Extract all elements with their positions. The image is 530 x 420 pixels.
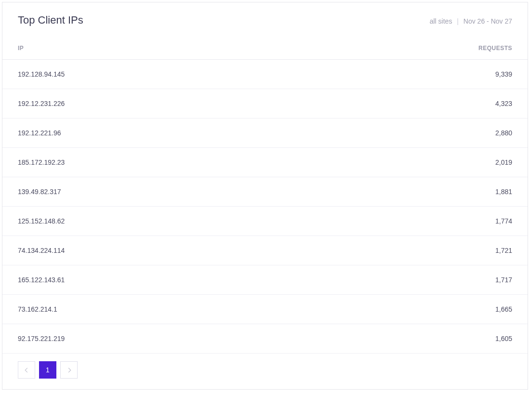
table-row[interactable]: 73.162.214.1 1,665 xyxy=(2,295,528,324)
cell-requests: 2,880 xyxy=(495,129,512,137)
pagination-next-button[interactable] xyxy=(60,361,78,379)
cell-requests: 9,339 xyxy=(495,70,512,78)
cell-requests: 1,881 xyxy=(495,188,512,196)
panel-meta: all sites | Nov 26 - Nov 27 xyxy=(430,17,512,25)
table-row[interactable]: 192.128.94.145 9,339 xyxy=(2,60,528,89)
cell-ip: 165.122.143.61 xyxy=(18,276,65,284)
pagination: 1 xyxy=(2,354,528,389)
cell-ip: 192.128.94.145 xyxy=(18,70,65,78)
table-row[interactable]: 185.172.192.23 2,019 xyxy=(2,148,528,177)
cell-requests: 1,717 xyxy=(495,276,512,284)
table-row[interactable]: 192.12.221.96 2,880 xyxy=(2,118,528,148)
cell-requests: 1,774 xyxy=(495,217,512,225)
panel-meta-scope[interactable]: all sites xyxy=(430,17,452,25)
table-row[interactable]: 192.12.231.226 4,323 xyxy=(2,89,528,118)
panel-header: Top Client IPs all sites | Nov 26 - Nov … xyxy=(2,2,528,36)
cell-requests: 4,323 xyxy=(495,100,512,107)
panel-meta-daterange[interactable]: Nov 26 - Nov 27 xyxy=(464,17,512,25)
cell-requests: 1,605 xyxy=(495,335,512,342)
chevron-right-icon xyxy=(66,368,71,372)
table-row[interactable]: 165.122.143.61 1,717 xyxy=(2,265,528,295)
chevron-left-icon xyxy=(25,368,29,372)
column-header-ip[interactable]: IP xyxy=(18,45,24,52)
table-row[interactable]: 125.152.148.62 1,774 xyxy=(2,207,528,236)
table-body: 192.128.94.145 9,339 192.12.231.226 4,32… xyxy=(2,59,528,354)
cell-ip: 74.134.224.114 xyxy=(18,247,65,254)
cell-ip: 73.162.214.1 xyxy=(18,305,57,313)
cell-requests: 2,019 xyxy=(495,158,512,166)
cell-requests: 1,721 xyxy=(495,247,512,254)
top-client-ips-panel: Top Client IPs all sites | Nov 26 - Nov … xyxy=(2,2,528,390)
cell-ip: 92.175.221.219 xyxy=(18,335,65,342)
cell-ip: 125.152.148.62 xyxy=(18,217,65,225)
cell-ip: 192.12.221.96 xyxy=(18,129,61,137)
column-header-requests[interactable]: REQUESTS xyxy=(478,45,512,52)
cell-ip: 185.172.192.23 xyxy=(18,158,65,166)
cell-ip: 139.49.82.317 xyxy=(18,188,61,196)
table-row[interactable]: 92.175.221.219 1,605 xyxy=(2,324,528,354)
table-row[interactable]: 139.49.82.317 1,881 xyxy=(2,177,528,207)
cell-ip: 192.12.231.226 xyxy=(18,100,65,107)
cell-requests: 1,665 xyxy=(495,305,512,313)
pagination-prev-button[interactable] xyxy=(18,361,35,379)
table-row[interactable]: 74.134.224.114 1,721 xyxy=(2,236,528,265)
pagination-page-1[interactable]: 1 xyxy=(39,361,56,379)
table-header-row: IP REQUESTS xyxy=(2,36,528,59)
panel-title: Top Client IPs xyxy=(18,14,83,26)
meta-separator: | xyxy=(457,17,459,25)
